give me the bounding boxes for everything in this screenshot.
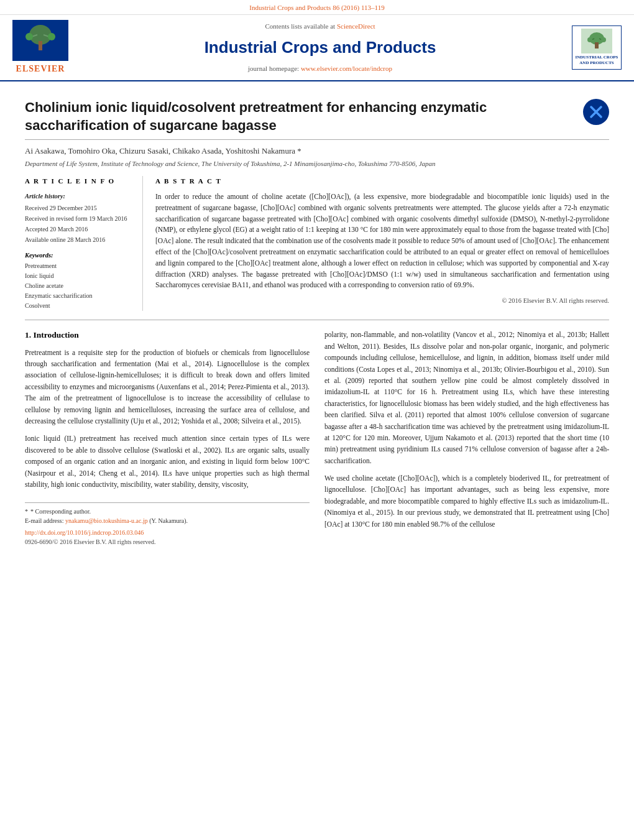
- body-paragraph-2: Ionic liquid (IL) pretreatment has recei…: [25, 433, 310, 490]
- date-accepted: Accepted 20 March 2016: [25, 224, 134, 234]
- keyword-4: Cosolvent: [25, 301, 134, 311]
- crossmark-badge: [583, 99, 609, 125]
- keyword-3: Enzymatic saccharification: [25, 291, 134, 301]
- email-line: E-mail address: ynakamu@bio.tokushima-u.…: [25, 516, 310, 525]
- section-number: 1.: [25, 330, 31, 339]
- journal-graphic: [582, 30, 612, 52]
- svg-point-5: [25, 33, 33, 40]
- abstract-section: A B S T R A C T In order to reduce the a…: [155, 176, 609, 311]
- email-suffix: (Y. Nakamura).: [149, 517, 188, 524]
- journal-logo-right: INDUSTRIAL CROPS AND PRODUCTS: [572, 25, 622, 70]
- journal-title: Industrial Crops and Products: [68, 35, 572, 60]
- article-title: Cholinium ionic liquid/cosolvent pretrea…: [25, 99, 571, 134]
- top-bar: Industrial Crops and Products 86 (2016) …: [0, 0, 634, 15]
- sciencedirect-line: Contents lists available at ScienceDirec…: [68, 21, 572, 32]
- keywords-label: Keywords:: [25, 251, 134, 261]
- right-paragraph-1: polarity, non-flammable, and non-volatil…: [324, 329, 609, 466]
- date-revised: Received in revised form 19 March 2016: [25, 214, 134, 223]
- homepage-url[interactable]: www.elsevier.com/locate/indcrop: [301, 65, 392, 72]
- star-symbol: *: [25, 507, 28, 516]
- right-column: polarity, non-flammable, and non-volatil…: [324, 329, 609, 547]
- elsevier-logo: ELSEVIER: [12, 20, 68, 76]
- email-label: E-mail address:: [25, 517, 63, 524]
- keyword-1: Ionic liquid: [25, 271, 134, 281]
- footnote-area: * * Corresponding author. E-mail address…: [25, 502, 310, 547]
- doi-url[interactable]: http://dx.doi.org/10.1016/j.indcrop.2016…: [25, 529, 144, 536]
- authors: Ai Asakawa, Tomohiro Oka, Chizuru Sasaki…: [25, 145, 609, 157]
- svg-rect-2: [39, 41, 42, 50]
- right-paragraph-2: We used choline acetate ([Cho][OAc]), wh…: [324, 473, 609, 530]
- history-label: Article history:: [25, 192, 134, 201]
- abstract-text: In order to reduce the amount of choline…: [155, 192, 609, 291]
- copyright-line: © 2016 Elsevier B.V. All rights reserved…: [155, 296, 609, 306]
- date-online: Available online 28 March 2016: [25, 235, 134, 244]
- article-info: A R T I C L E I N F O Article history: R…: [25, 176, 143, 311]
- keyword-2: Choline acetate: [25, 281, 134, 291]
- section-title-text: Introduction: [34, 330, 79, 339]
- corresponding-label: * Corresponding author.: [30, 507, 91, 516]
- two-column-layout: A R T I C L E I N F O Article history: R…: [25, 176, 609, 311]
- svg-point-12: [587, 37, 592, 42]
- doi-line[interactable]: http://dx.doi.org/10.1016/j.indcrop.2016…: [25, 528, 310, 537]
- journal-logo-text-2: AND PRODUCTS: [575, 60, 618, 67]
- article-title-section: Cholinium ionic liquid/cosolvent pretrea…: [25, 91, 609, 140]
- svg-point-13: [601, 37, 606, 42]
- elsevier-text: ELSEVIER: [12, 62, 68, 75]
- contents-label: Contents lists available at: [265, 22, 335, 30]
- elsevier-logo-inner: [12, 20, 68, 62]
- journal-homepage: journal homepage: www.elsevier.com/locat…: [68, 63, 572, 74]
- homepage-label: journal homepage:: [248, 65, 299, 72]
- content-area: Cholinium ionic liquid/cosolvent pretrea…: [0, 81, 634, 556]
- journal-citation: Industrial Crops and Products 86 (2016) …: [249, 4, 384, 11]
- keyword-section: Keywords: Pretreatment Ionic liquid Chol…: [25, 251, 134, 312]
- sciencedirect-link[interactable]: ScienceDirect: [337, 22, 375, 30]
- article-info-heading: A R T I C L E I N F O: [25, 176, 134, 187]
- journal-logo-text-1: INDUSTRIAL CROPS: [575, 55, 618, 61]
- svg-rect-9: [595, 42, 599, 48]
- crossmark-logo[interactable]: [583, 99, 609, 125]
- section-divider: [25, 320, 609, 320]
- keyword-0: Pretreatment: [25, 261, 134, 271]
- corresponding-author-note: * * Corresponding author.: [25, 507, 310, 516]
- email-address[interactable]: ynakamu@bio.tokushima-u.ac.jp: [65, 517, 148, 524]
- date-received: Received 29 December 2015: [25, 203, 134, 213]
- main-content: 1. Introduction Pretreatment is a requis…: [25, 329, 609, 547]
- affiliation: Department of Life System, Institute of …: [25, 159, 609, 169]
- journal-header: ELSEVIER Contents lists available at Sci…: [0, 15, 634, 82]
- body-paragraph-1: Pretreatment is a requisite step for the…: [25, 347, 310, 427]
- header-center: Contents lists available at ScienceDirec…: [68, 21, 572, 73]
- journal-logo-icon: [581, 29, 612, 53]
- issn-line: 0926-6690/© 2016 Elsevier B.V. All right…: [25, 537, 310, 547]
- section-1-title: 1. Introduction: [25, 329, 310, 341]
- journal-logo-box: INDUSTRIAL CROPS AND PRODUCTS: [572, 25, 622, 70]
- elsevier-graphic: [16, 22, 65, 57]
- authors-text: Ai Asakawa, Tomohiro Oka, Chizuru Sasaki…: [25, 146, 301, 155]
- svg-point-6: [48, 33, 55, 40]
- left-column: 1. Introduction Pretreatment is a requis…: [25, 329, 310, 547]
- abstract-heading: A B S T R A C T: [155, 176, 609, 187]
